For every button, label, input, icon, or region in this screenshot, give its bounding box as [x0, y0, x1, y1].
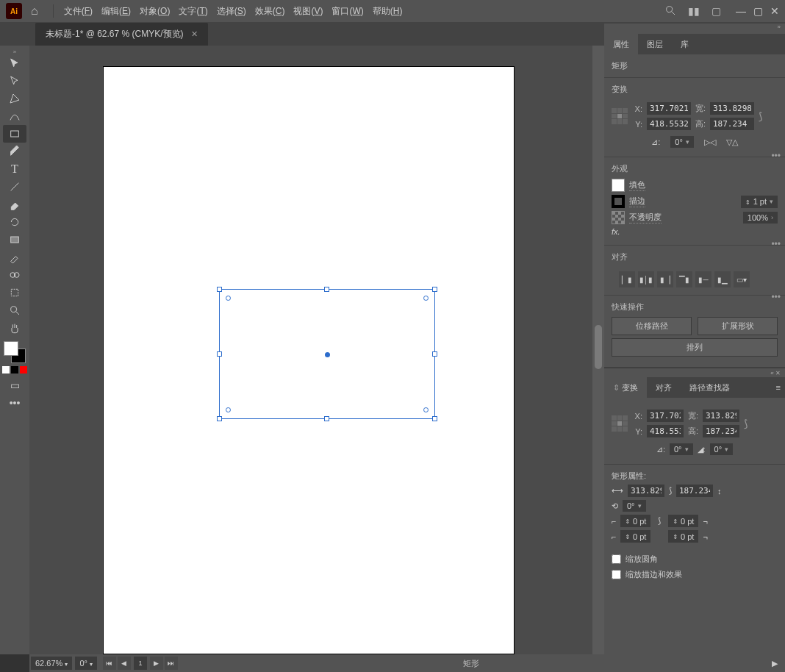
link-wh-icon-2[interactable]: ⟆: [744, 418, 748, 429]
handle-mid-left[interactable]: [217, 351, 222, 357]
corner-radius-tr[interactable]: [423, 296, 429, 301]
tab-layers[interactable]: 图层: [638, 34, 672, 54]
menu-view[interactable]: 视图(V): [289, 5, 327, 18]
rotate-view-dropdown[interactable]: 0° ▾: [75, 657, 97, 670]
last-artboard-icon[interactable]: ⏭: [165, 657, 178, 670]
edit-toolbar-icon[interactable]: •••: [3, 394, 26, 412]
tp-angle-field[interactable]: 0°▾: [670, 443, 693, 455]
align-bottom-icon[interactable]: ▮▁: [714, 271, 731, 287]
fill-swatch[interactable]: [612, 179, 625, 192]
artboard-tool[interactable]: [3, 284, 26, 301]
curvature-tool[interactable]: [3, 107, 26, 125]
align-vcenter-icon[interactable]: ▮─: [695, 271, 711, 287]
handle-top-left[interactable]: [217, 287, 222, 292]
corner-bl-icon[interactable]: ⌐: [612, 532, 616, 541]
artboard[interactable]: [103, 66, 515, 654]
menu-type[interactable]: 文字(T): [174, 5, 212, 18]
rect-rotate-field[interactable]: 0°▾: [623, 500, 646, 512]
handle-top-center[interactable]: [324, 287, 329, 292]
menu-file[interactable]: 文件(F): [60, 5, 97, 18]
tp-shear-field[interactable]: 0°▾: [710, 443, 734, 455]
eraser-tool[interactable]: [3, 196, 26, 213]
tab-libraries[interactable]: 库: [672, 34, 698, 54]
stroke-weight-field[interactable]: ⇕ 1 pt ▾: [741, 196, 778, 208]
reference-point-grid-2[interactable]: [612, 415, 628, 432]
tp-width-field[interactable]: [703, 410, 739, 422]
minimize-icon[interactable]: —: [736, 5, 746, 17]
tp-y-field[interactable]: [647, 425, 684, 437]
flip-horizontal-icon[interactable]: ▷◁: [704, 137, 716, 147]
prev-artboard-icon[interactable]: ◀: [118, 657, 131, 670]
selected-rectangle[interactable]: [219, 289, 435, 419]
tp-height-field[interactable]: [703, 425, 739, 437]
center-point[interactable]: [325, 352, 330, 357]
link-icon[interactable]: ⟆: [669, 486, 672, 496]
arrange-icon[interactable]: ▮▮: [688, 5, 700, 17]
opacity-swatch[interactable]: [612, 211, 625, 224]
home-icon[interactable]: ⌂: [31, 4, 38, 18]
opacity-field[interactable]: 100% ›: [743, 212, 778, 224]
menu-object[interactable]: 对象(O): [135, 5, 174, 18]
direct-selection-tool[interactable]: [3, 72, 26, 90]
stroke-swatch[interactable]: [612, 195, 625, 208]
height-field[interactable]: [710, 118, 754, 130]
align-left-icon[interactable]: ▏▮: [619, 271, 635, 287]
scale-strokes-checkbox[interactable]: 缩放描边和效果: [604, 567, 785, 582]
align-hcenter-icon[interactable]: ▮│▮: [638, 271, 654, 287]
flip-vertical-icon[interactable]: ▽△: [726, 137, 738, 147]
handle-bottom-right[interactable]: [432, 416, 437, 421]
expand-shape-button[interactable]: 扩展形状: [698, 317, 778, 335]
maximize-icon[interactable]: ▢: [753, 5, 763, 17]
fx-button[interactable]: fx.: [612, 227, 620, 236]
align-right-icon[interactable]: ▮▕: [657, 271, 673, 287]
fill-stroke-swatch[interactable]: [4, 341, 26, 363]
align-top-icon[interactable]: ▔▮: [676, 271, 692, 287]
tab-properties[interactable]: 属性: [604, 34, 638, 54]
handle-bottom-left[interactable]: [217, 416, 222, 421]
menu-help[interactable]: 帮助(H): [368, 5, 407, 18]
angle-dropdown[interactable]: 0°▾: [670, 136, 694, 148]
first-artboard-icon[interactable]: ⏮: [103, 657, 116, 670]
menu-select[interactable]: 选择(S): [212, 5, 251, 18]
tab-pathfinder[interactable]: 路径查找器: [681, 377, 739, 398]
menu-window[interactable]: 窗口(W): [327, 5, 368, 18]
y-field[interactable]: [647, 118, 691, 130]
search-icon[interactable]: [664, 4, 676, 18]
collapse-handle[interactable]: »: [604, 24, 785, 34]
corner-br-icon[interactable]: ¬: [703, 532, 707, 541]
corner-tr-field[interactable]: ⇕ 0 pt: [668, 515, 698, 527]
document-tab[interactable]: 未标题-1* @ 62.67 % (CMYK/预览) ✕: [35, 23, 208, 46]
tab-transform[interactable]: ⇕变换: [604, 377, 647, 398]
rectangle-tool[interactable]: [3, 125, 26, 143]
paintbrush-tool[interactable]: [3, 143, 26, 160]
corner-radius-tl[interactable]: [226, 296, 231, 301]
corner-tl-icon[interactable]: ⌐: [612, 517, 616, 526]
rotate-tool[interactable]: [3, 213, 26, 231]
width-field[interactable]: [710, 102, 754, 115]
menu-edit[interactable]: 编辑(E): [97, 5, 135, 18]
color-mode-swatches[interactable]: [2, 366, 27, 373]
rect-width-field[interactable]: [628, 485, 664, 497]
handle-mid-right[interactable]: [432, 351, 437, 357]
hand-tool[interactable]: [3, 319, 26, 337]
menu-effect[interactable]: 效果(C): [251, 5, 290, 18]
scale-corners-checkbox[interactable]: 缩放圆角: [604, 551, 785, 567]
zoom-tool[interactable]: [3, 301, 26, 319]
rect-height-field[interactable]: [676, 485, 713, 497]
blend-tool[interactable]: [3, 266, 26, 284]
panel-menu-icon[interactable]: ≡: [772, 383, 785, 392]
pen-tool[interactable]: [3, 90, 26, 107]
link-corners-icon[interactable]: ⟆: [658, 516, 661, 526]
close-icon[interactable]: ✕: [770, 5, 779, 17]
corner-radius-bl[interactable]: [226, 407, 231, 412]
eyedropper-tool[interactable]: [3, 249, 26, 266]
next-artboard-icon[interactable]: ▶: [150, 657, 163, 670]
x-field[interactable]: [647, 102, 691, 115]
link-wh-icon[interactable]: ⟆: [759, 110, 762, 122]
corner-bl-field[interactable]: ⇕ 0 pt: [620, 530, 650, 543]
selection-tool[interactable]: [3, 54, 26, 72]
tp-x-field[interactable]: [647, 410, 684, 422]
handle-bottom-center[interactable]: [324, 416, 329, 421]
artboard-number-field[interactable]: 1: [134, 657, 147, 670]
offset-path-button[interactable]: 位移路径: [612, 317, 692, 335]
